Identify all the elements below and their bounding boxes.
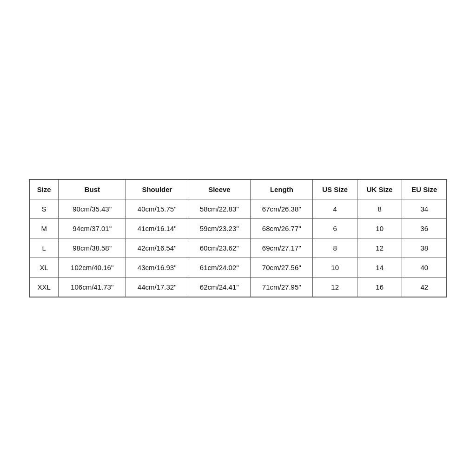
cell-length: 67cm/26.38'' (251, 199, 313, 218)
col-header-uk-size: UK Size (357, 179, 402, 199)
cell-bust: 102cm/40.16'' (59, 258, 126, 277)
cell-us-size: 8 (313, 238, 357, 258)
table-row: S90cm/35.43''40cm/15.75''58cm/22.83''67c… (30, 199, 447, 218)
cell-us-size: 10 (313, 258, 357, 277)
cell-uk-size: 12 (357, 238, 402, 258)
cell-shoulder: 42cm/16.54'' (126, 238, 188, 258)
cell-eu-size: 38 (402, 238, 447, 258)
col-header-shoulder: Shoulder (126, 179, 188, 199)
cell-uk-size: 14 (357, 258, 402, 277)
cell-eu-size: 34 (402, 199, 447, 218)
cell-length: 68cm/26.77'' (251, 218, 313, 238)
col-header-length: Length (251, 179, 313, 199)
cell-bust: 106cm/41.73'' (59, 277, 126, 297)
cell-sleeve: 60cm/23.62'' (188, 238, 251, 258)
cell-bust: 90cm/35.43'' (59, 199, 126, 218)
col-header-bust: Bust (59, 179, 126, 199)
cell-shoulder: 44cm/17.32'' (126, 277, 188, 297)
table-row: XXL106cm/41.73''44cm/17.32''62cm/24.41''… (30, 277, 447, 297)
cell-size: S (30, 199, 59, 218)
cell-sleeve: 62cm/24.41'' (188, 277, 251, 297)
cell-bust: 98cm/38.58'' (59, 238, 126, 258)
cell-length: 71cm/27.95'' (251, 277, 313, 297)
cell-uk-size: 8 (357, 199, 402, 218)
cell-size: XXL (30, 277, 59, 297)
cell-eu-size: 42 (402, 277, 447, 297)
table-row: XL102cm/40.16''43cm/16.93''61cm/24.02''7… (30, 258, 447, 277)
col-header-size: Size (30, 179, 59, 199)
cell-shoulder: 43cm/16.93'' (126, 258, 188, 277)
cell-us-size: 12 (313, 277, 357, 297)
size-chart-table: Size Bust Shoulder Sleeve Length US Size… (29, 179, 447, 297)
cell-bust: 94cm/37.01'' (59, 218, 126, 238)
cell-length: 70cm/27.56'' (251, 258, 313, 277)
cell-sleeve: 61cm/24.02'' (188, 258, 251, 277)
cell-size: XL (30, 258, 59, 277)
cell-uk-size: 10 (357, 218, 402, 238)
cell-shoulder: 41cm/16.14'' (126, 218, 188, 238)
col-header-sleeve: Sleeve (188, 179, 251, 199)
cell-sleeve: 58cm/22.83'' (188, 199, 251, 218)
cell-shoulder: 40cm/15.75'' (126, 199, 188, 218)
table-header-row: Size Bust Shoulder Sleeve Length US Size… (30, 179, 447, 199)
cell-us-size: 6 (313, 218, 357, 238)
cell-eu-size: 40 (402, 258, 447, 277)
cell-size: M (30, 218, 59, 238)
cell-eu-size: 36 (402, 218, 447, 238)
size-chart-container: Size Bust Shoulder Sleeve Length US Size… (29, 179, 447, 298)
cell-sleeve: 59cm/23.23'' (188, 218, 251, 238)
cell-size: L (30, 238, 59, 258)
table-row: M94cm/37.01''41cm/16.14''59cm/23.23''68c… (30, 218, 447, 238)
col-header-eu-size: EU Size (402, 179, 447, 199)
cell-uk-size: 16 (357, 277, 402, 297)
col-header-us-size: US Size (313, 179, 357, 199)
table-row: L98cm/38.58''42cm/16.54''60cm/23.62''69c… (30, 238, 447, 258)
cell-us-size: 4 (313, 199, 357, 218)
cell-length: 69cm/27.17'' (251, 238, 313, 258)
